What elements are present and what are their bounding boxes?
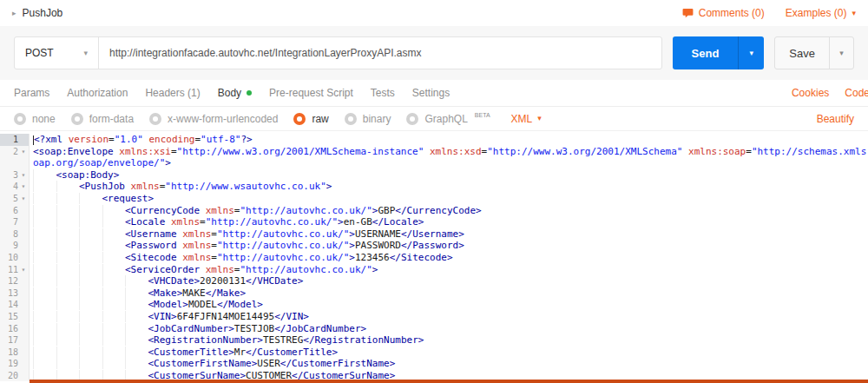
tab-settings[interactable]: Settings: [412, 87, 450, 99]
chevron-down-icon: ▾: [839, 50, 844, 57]
code-line: 15 <VIN>6F4FJFN14MOE14495</VIN>: [0, 311, 868, 323]
code-line-content[interactable]: <soap:Body>: [30, 169, 868, 182]
body-type-x-www-form-urlencoded[interactable]: x-www-form-urlencoded: [149, 113, 278, 125]
code-line: 10 <Sitecode xmlns="http://autovhc.co.uk…: [0, 252, 868, 264]
tab-body[interactable]: Body: [218, 87, 252, 99]
code-line-content[interactable]: <Locale xmlns="http://autovhc.co.uk/">en…: [30, 216, 868, 228]
code-line-content[interactable]: <Model>MODEL</Model>: [30, 299, 868, 311]
code-line: 12 <VHCDate>20200131</VHCDate>: [0, 275, 868, 287]
send-options-caret[interactable]: ▾: [738, 36, 764, 69]
editor-horizontal-scrollbar[interactable]: [30, 380, 868, 383]
request-tabs-row: ParamsAuthorizationHeaders (1)BodyPre-re…: [0, 80, 868, 107]
collapse-request-icon[interactable]: ▸: [12, 9, 16, 17]
line-number: 15: [0, 311, 18, 323]
body-type-label: form-data: [89, 113, 134, 125]
code-line-content[interactable]: <PushJob xmlns="http://www.wsautovhc.co.…: [30, 181, 868, 193]
tab-actions: Cookies Code: [792, 87, 868, 99]
comments-button[interactable]: Comments (0): [682, 7, 765, 19]
tab-tests[interactable]: Tests: [371, 87, 395, 99]
line-number: 7: [0, 216, 18, 228]
body-type-none[interactable]: none: [14, 113, 56, 125]
code-line-content[interactable]: <CurrencyCode xmlns="http://autovhc.co.u…: [30, 205, 868, 217]
examples-button[interactable]: Examples (0) ▾: [786, 7, 856, 19]
line-number: 2: [0, 146, 18, 169]
radio-icon: [293, 113, 306, 125]
line-gutter: 20: [0, 370, 30, 382]
body-type-label: x-www-form-urlencoded: [168, 113, 278, 125]
code-line-content[interactable]: <RegistrationNumber>TESTREG</Registratio…: [30, 334, 868, 347]
line-number: 14: [0, 299, 18, 311]
line-gutter: 5▾: [0, 193, 30, 205]
tab-headers-1[interactable]: Headers (1): [145, 87, 200, 99]
code-line-content[interactable]: <ServiceOrder xmlns="http://autovhc.co.u…: [30, 264, 868, 276]
line-number: 16: [0, 323, 18, 335]
code-line-content[interactable]: <soap:Envelope xmlns:xsi="http://www.w3.…: [30, 146, 868, 169]
code-line-content[interactable]: <VHCDate>20200131</VHCDate>: [30, 275, 868, 287]
line-gutter: 19: [0, 358, 30, 370]
send-label: Send: [673, 36, 739, 69]
fold-spacer: [18, 299, 29, 311]
send-button[interactable]: Send ▾: [673, 36, 765, 69]
language-select[interactable]: XML ▾: [511, 113, 542, 125]
line-gutter: 1: [0, 134, 30, 146]
beautify-button[interactable]: Beautify: [817, 113, 854, 125]
line-number: 20: [0, 370, 18, 382]
fold-spacer: [18, 216, 29, 228]
fold-toggle-icon[interactable]: ▾: [18, 193, 29, 205]
request-url-bar: POST ▾ Send ▾ Save ▾: [0, 26, 868, 80]
request-title: PushJob: [23, 7, 63, 19]
fold-toggle-icon[interactable]: ▾: [18, 264, 29, 276]
line-number: 11: [0, 264, 18, 276]
body-mode-row: noneform-datax-www-form-urlencodedrawbin…: [0, 107, 868, 131]
fold-spacer: [18, 347, 29, 359]
code-line-content[interactable]: <VIN>6F4FJFN14MOE14495</VIN>: [30, 311, 868, 323]
save-label: Save: [775, 37, 829, 69]
save-button[interactable]: Save ▾: [774, 36, 854, 69]
save-options-caret[interactable]: ▾: [829, 37, 853, 69]
code-line-content[interactable]: <Sitecode xmlns="http://autovhc.co.uk/">…: [30, 252, 868, 264]
tab-pre-request-script[interactable]: Pre-request Script: [269, 87, 353, 99]
line-number: 9: [0, 240, 18, 252]
code-line-content[interactable]: <Password xmlns="http://autovhc.co.uk/">…: [30, 240, 868, 252]
fold-spacer: [18, 205, 29, 217]
code-line: 5▾ <request>: [0, 193, 868, 205]
request-tabs: ParamsAuthorizationHeaders (1)BodyPre-re…: [14, 87, 450, 99]
code-line-content[interactable]: <CustomerFirstName>USER</CustomerFirstNa…: [30, 358, 868, 370]
body-type-graphql[interactable]: GraphQLBETA: [406, 113, 490, 125]
fold-spacer: [18, 370, 29, 382]
method-select[interactable]: POST ▾: [15, 47, 98, 59]
examples-label: Examples (0): [786, 7, 847, 19]
code-line: 18 <CustomerTitle>Mr</CustomerTitle>: [0, 347, 868, 359]
code-line-content[interactable]: <Make>MAKE</Make>: [30, 287, 868, 300]
tab-label: Tests: [371, 87, 395, 99]
fold-toggle-icon[interactable]: ▾: [18, 169, 29, 182]
line-gutter: 18: [0, 347, 30, 359]
method-label: POST: [25, 47, 54, 59]
body-type-raw[interactable]: raw: [293, 113, 328, 125]
body-type-form-data[interactable]: form-data: [71, 113, 134, 125]
code-line-content[interactable]: <CustomerTitle>Mr</CustomerTitle>: [30, 347, 868, 359]
url-input[interactable]: [99, 47, 661, 59]
radio-icon: [345, 113, 357, 125]
code-line-content[interactable]: <request>: [30, 193, 868, 205]
fold-toggle-icon[interactable]: ▾: [18, 146, 29, 169]
comments-label: Comments (0): [699, 7, 765, 19]
code-link[interactable]: Code: [845, 87, 868, 99]
line-number: 4: [0, 181, 18, 193]
line-number: 19: [0, 358, 18, 370]
code-line-content[interactable]: <Username xmlns="http://autovhc.co.uk/">…: [30, 228, 868, 241]
tab-params[interactable]: Params: [14, 87, 49, 99]
fold-toggle-icon[interactable]: ▾: [18, 181, 29, 193]
body-type-binary[interactable]: binary: [345, 113, 391, 125]
code-line: 8 <Username xmlns="http://autovhc.co.uk/…: [0, 228, 868, 241]
body-type-label: raw: [312, 113, 328, 125]
code-editor[interactable]: 1<?xml version="1.0" encoding="utf-8"?>2…: [0, 131, 868, 383]
line-gutter: 4▾: [0, 181, 30, 193]
code-line-content[interactable]: <?xml version="1.0" encoding="utf-8"?>: [30, 134, 868, 146]
language-label: XML: [511, 113, 533, 125]
code-line-content[interactable]: <JobCardNumber>TESTJOB</JobCardNumber>: [30, 323, 868, 335]
cookies-link[interactable]: Cookies: [792, 87, 829, 99]
line-gutter: 8: [0, 228, 30, 241]
line-gutter: 17: [0, 334, 30, 347]
tab-authorization[interactable]: Authorization: [67, 87, 128, 99]
